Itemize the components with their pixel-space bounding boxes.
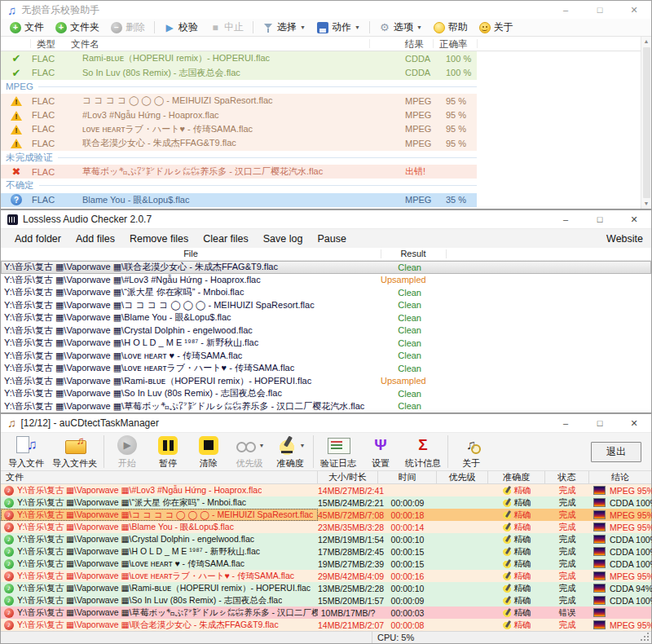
maximize-button[interactable]: □ (583, 1, 617, 19)
scroll-down-icon[interactable]: ▼ (644, 200, 650, 208)
minimize-button[interactable]: – (548, 414, 583, 432)
toolbar-button[interactable]: 关于 (474, 19, 519, 37)
table-row[interactable]: MPEG (1, 80, 477, 94)
table-row[interactable]: Y:\音乐\复古 ▦\Vaporwave ▦\コ コ コ コ ◯ ◯ ◯ - M… (1, 299, 651, 312)
menu-item[interactable]: Pause (310, 233, 353, 245)
column-header-result[interactable]: 结论 (589, 471, 651, 483)
maximize-button[interactable]: □ (583, 414, 617, 432)
column-header-file[interactable]: 文件 (1, 471, 318, 483)
toolbar-button[interactable]: 删除 (105, 19, 151, 37)
column-header-file[interactable]: 文件名 (71, 38, 99, 51)
dropdown-arrow-icon[interactable]: ▼ (355, 24, 360, 30)
table-row[interactable]: Y:\音乐\复古 ▦\Vaporwave ▦\ʟᴏᴠᴇ ʜᴇᴀʀᴛ ♥ - 传琦… (1, 350, 651, 363)
table-row[interactable]: Y:\音乐\复古 ▦\Vaporwave ▦\“派大星 你在家吗” - Mnbo… (1, 496, 651, 509)
toolbar-button[interactable] (154, 21, 155, 33)
toolbar-button[interactable]: 导入文件 (4, 434, 48, 470)
dropdown-arrow-icon[interactable]: ▼ (300, 443, 306, 448)
table-row[interactable]: Y:\音乐\复古 ▦\Vaporwave ▦\#Lov3 #Ngẫu Hứng … (1, 484, 651, 496)
toolbar-button[interactable] (104, 435, 104, 468)
table-row[interactable]: FLAC 联合老漠少女心 - 朱成杰FFAG&T9.flac MPEG 95 % (1, 136, 477, 150)
titlebar[interactable]: 无损音乐校验助手 – □ ✕ (1, 1, 651, 19)
table-row[interactable]: Y:\音乐\复古 ▦\Vaporwave ▦\H O L D _ M E ¹⁹⁸… (1, 337, 651, 350)
toolbar-button[interactable]: ▼ 优先级 (229, 434, 270, 470)
table-row[interactable]: Y:\音乐\复古 ▦\Vaporwave ▦\#Lov3 #Ngẫu Hứng … (1, 274, 651, 287)
close-button[interactable]: ✕ (617, 414, 651, 432)
table-row[interactable]: Y:\音乐\复古 ▦\Vaporwave ▦\コ コ コ コ ◯ ◯ ◯ - M… (1, 509, 651, 521)
toolbar-button[interactable]: 帮助 (428, 19, 474, 37)
column-header-accuracy[interactable]: 准确度 (488, 471, 545, 483)
table-row[interactable]: Y:\音乐\复古 ▦\Vaporwave ▦\Blame You - 眼&Lop… (1, 311, 651, 324)
scroll-thumb[interactable] (643, 47, 650, 198)
toolbar-button[interactable]: 统计信息 (401, 434, 445, 470)
toolbar-button[interactable]: 设置 (360, 434, 401, 470)
toolbar-button[interactable]: 验证日志 (316, 434, 360, 470)
titlebar[interactable]: [12/12] - auCDtectTaskManager – □ ✕ (1, 414, 651, 432)
toolbar-button[interactable]: 校验 (158, 19, 204, 37)
table-row[interactable]: Y:\音乐\复古 ▦\Vaporwave ▦\草莓ボッ㌔ぷ㍗㌢ドルㇱ㍍㌫养乐多 … (1, 400, 651, 413)
table-row[interactable]: Y:\音乐\复古 ▦\Vaporwave ▦\“派大星 你在家吗” - Mnbo… (1, 286, 651, 299)
toolbar-button[interactable] (447, 435, 448, 468)
table-row[interactable]: FLAC コ コ コ コ ◯ ◯ ◯ - MEIHUIZI SpaResort.… (1, 94, 477, 108)
toolbar-button[interactable]: 选项 ▼ (373, 19, 428, 37)
column-header-priority[interactable]: 优先级 (437, 471, 488, 483)
resize-grip[interactable] (647, 639, 649, 641)
table-row[interactable]: Y:\音乐\复古 ▦\Vaporwave ▦\联合老漠少女心 - 朱成杰FFAG… (1, 619, 651, 631)
table-row[interactable]: FLAC #Lov3 #Ngẫu Hứng - Hoaprox.flac MPE… (1, 108, 477, 121)
table-row[interactable]: Y:\音乐\复古 ▦\Vaporwave ▦\H O L D _ M E ¹⁹⁸… (1, 545, 651, 558)
table-row[interactable]: FLAC Rami-ʙʟᴜᴇ（HOPERUI remix）- HOPERUI.f… (1, 51, 477, 65)
column-header-result[interactable]: 结果 (405, 38, 424, 51)
toolbar-button[interactable] (369, 21, 370, 33)
toolbar-button[interactable]: ▼ 准确度 (270, 434, 311, 470)
table-row[interactable]: Y:\音乐\复古 ▦\Vaporwave ▦\ʟᴏᴠᴇ ʜᴇᴀʀᴛラブ・ハート♥… (1, 362, 651, 375)
toolbar-button[interactable]: 中止 (204, 19, 249, 37)
table-row[interactable]: Y:\音乐\复古 ▦\Vaporwave ▦\ʟᴏᴠᴇ ʜᴇᴀʀᴛ ♥ - 传琦… (1, 558, 651, 570)
toolbar-button[interactable]: 文件 (4, 19, 50, 37)
menu-item[interactable]: Add folder (7, 233, 68, 245)
column-header-accuracy[interactable]: 正确率 (439, 38, 468, 51)
column-header-file[interactable]: File (1, 249, 381, 258)
exit-button[interactable]: 退出 (591, 442, 641, 462)
column-header-status[interactable]: 状态 (545, 471, 589, 483)
table-row[interactable]: Y:\音乐\复古 ▦\Vaporwave ▦\联合老漠少女心 - 朱成杰FFAG… (1, 261, 651, 274)
column-header-result[interactable]: Result (381, 249, 446, 258)
table-row[interactable]: Y:\音乐\复古 ▦\Vaporwave ▦\ʟᴏᴠᴇ ʜᴇᴀʀᴛラブ・ハート♥… (1, 570, 651, 582)
toolbar-button[interactable]: 动作 ▼ (311, 19, 366, 37)
scroll-up-icon[interactable]: ▲ (644, 37, 650, 46)
toolbar-button[interactable]: 文件夹 (50, 19, 105, 37)
menu-item[interactable]: Add files (68, 233, 122, 245)
toolbar-button[interactable] (313, 435, 314, 468)
table-row[interactable]: Y:\音乐\复古 ▦\Vaporwave ▦\Rami-ʙʟᴜᴇ（HOPERUI… (1, 582, 651, 594)
table-row[interactable]: Y:\音乐\复古 ▦\Vaporwave ▦\Rami-ʙʟᴜᴇ（HOPERUI… (1, 375, 651, 388)
toolbar-button[interactable]: 关于 (451, 434, 491, 470)
dropdown-arrow-icon[interactable]: ▼ (259, 443, 265, 448)
menu-item[interactable]: Remove files (122, 233, 196, 245)
toolbar-button[interactable]: 导入文件夹 (48, 434, 101, 470)
scrollbar[interactable]: ▲ ▼ (641, 37, 651, 209)
column-header-size[interactable]: 大小/时长 (318, 471, 378, 483)
table-row[interactable]: Y:\音乐\复古 ▦\Vaporwave ▦\草莓ボッ㌔ぷ㍗㌢ドルㇱ㍍㌫养乐多 … (1, 607, 651, 619)
table-row[interactable]: Y:\音乐\复古 ▦\Vaporwave ▦\Blame You - 眼&Lop… (1, 521, 651, 533)
close-button[interactable]: ✕ (617, 210, 651, 228)
table-row[interactable]: Y:\音乐\复古 ▦\Vaporwave ▦\So In Luv (80s Re… (1, 594, 651, 607)
titlebar[interactable]: Lossless Audio Checker 2.0.7 – □ ✕ (1, 210, 651, 228)
table-row[interactable]: FLAC ʟᴏᴠᴇ ʜᴇᴀʀᴛラブ・ハート♥ - 传琦SAMA.flac MPE… (1, 122, 477, 136)
table-row[interactable]: 不确定 (1, 179, 477, 192)
column-header-time[interactable]: 时间 (378, 471, 437, 483)
menu-item-website[interactable]: Website (605, 233, 645, 245)
table-row[interactable]: Y:\音乐\复古 ▦\Vaporwave ▦\So In Luv (80s Re… (1, 387, 651, 400)
menu-item[interactable]: Clear files (196, 233, 256, 245)
toolbar-button[interactable]: 暂停 (148, 434, 188, 470)
table-row[interactable]: FLAC 草莓ボッ㌔ぷ㍗㌢ドルㇱ㍍㌫养乐多 - 汉口二厂樱花汽水.flac 出错… (1, 165, 477, 179)
column-header-type[interactable]: 类型 (37, 38, 55, 51)
toolbar-button[interactable]: 开始 (107, 434, 148, 470)
toolbar-button[interactable]: 选择 ▼ (257, 19, 311, 37)
minimize-button[interactable]: – (548, 210, 583, 228)
table-row[interactable]: Y:\音乐\复古 ▦\Vaporwave ▦\Crystal Dolphin -… (1, 324, 651, 337)
dropdown-arrow-icon[interactable]: ▼ (300, 24, 306, 30)
minimize-button[interactable]: – (548, 1, 583, 19)
table-row[interactable]: FLAC So In Luv (80s Remix) - 志国夜总会.flac … (1, 65, 477, 79)
table-row[interactable]: 未完成验证 (1, 151, 477, 165)
maximize-button[interactable]: □ (583, 210, 617, 228)
toolbar-button[interactable]: 清除 (188, 434, 229, 470)
menu-item[interactable]: Save log (256, 233, 311, 245)
